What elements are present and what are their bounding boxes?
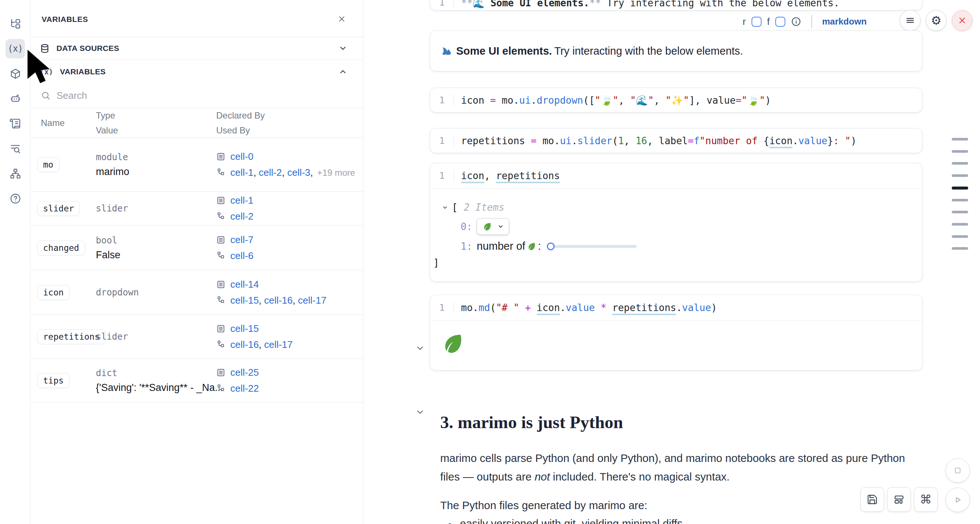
minimap-dash[interactable]	[952, 138, 968, 140]
array-index: 0:	[461, 221, 472, 232]
variable-name-badge: changed	[37, 240, 85, 255]
used-by-links: cell-22	[230, 383, 259, 394]
file-tree-icon[interactable]	[6, 14, 25, 33]
declared-by-icon	[216, 196, 226, 205]
declared-by-icon	[216, 368, 226, 377]
variable-name-badge: icon	[37, 285, 70, 300]
save-button[interactable]	[861, 487, 884, 512]
cell-link[interactable]: cell-1	[230, 195, 253, 206]
minimap-dash[interactable]	[952, 199, 968, 201]
column-used-by: Used By	[216, 125, 265, 135]
used-by-icon	[216, 340, 226, 349]
cell-link[interactable]: cell-25	[230, 367, 259, 378]
code-line[interactable]: repetitions = mo.ui.slider(1, 16, label=…	[454, 135, 857, 147]
table-row[interactable]: slider slider cell-1 cell-2	[30, 192, 363, 226]
section-variables[interactable]: (x) VARIABLES	[30, 60, 363, 83]
chevron-down-icon[interactable]	[441, 204, 449, 211]
declared-by-links: cell-1	[230, 195, 253, 206]
cell-link[interactable]: cell-15	[230, 295, 259, 306]
used-by-icon	[216, 384, 226, 393]
array-open-bracket: [	[452, 201, 458, 213]
cell-link[interactable]: cell-16	[230, 339, 259, 350]
cell-link[interactable]: cell-1	[230, 167, 253, 178]
paragraph: marimo cells parse Python (and only Pyth…	[440, 449, 909, 486]
cell-link[interactable]: cell-22	[230, 383, 259, 394]
cell-link[interactable]: cell-2	[230, 211, 253, 222]
code-line[interactable]: **🌊 Some UI elements.** Try interacting …	[454, 0, 840, 9]
section-data-sources[interactable]: DATA SOURCES	[30, 37, 363, 60]
minimap-dash[interactable]	[952, 162, 968, 165]
notebook-menu-button[interactable]	[900, 10, 921, 31]
minimap-dash[interactable]	[952, 247, 968, 250]
cell-link[interactable]: cell-3	[287, 167, 310, 178]
cell-link[interactable]: cell-17	[298, 295, 326, 306]
table-row[interactable]: changed boolFalse cell-7 cell-6	[30, 226, 363, 270]
used-by-links: cell-15, cell-16, cell-17	[230, 295, 326, 306]
minimap-dash[interactable]	[952, 211, 968, 213]
format-toggle-checkbox[interactable]	[775, 17, 785, 27]
code-line[interactable]: icon = mo.ui.dropdown(["🍃", "🌊", "✨"], v…	[454, 94, 771, 106]
run-button[interactable]	[945, 487, 970, 512]
shutdown-button[interactable]	[952, 10, 972, 31]
leaf-emoji-icon	[441, 331, 465, 356]
run-toggle-checkbox[interactable]	[751, 17, 762, 27]
minimap-dash[interactable]	[952, 150, 968, 153]
code-cell-markdown-source[interactable]: 1 **🌊 Some UI elements.** Try interactin…	[430, 0, 923, 10]
search-input[interactable]	[56, 89, 278, 102]
variable-type: slider	[96, 203, 128, 214]
chevron-up-icon	[339, 67, 347, 76]
dependency-graph-icon[interactable]	[6, 164, 25, 183]
interrupt-button[interactable]	[945, 458, 970, 483]
table-row[interactable]: repetitions slider cell-15 cell-16, cell…	[30, 315, 363, 358]
list-item: easily versioned with git, yielding mini…	[448, 517, 683, 524]
ai-robot-icon[interactable]	[6, 89, 25, 108]
cell-link[interactable]: cell-6	[230, 250, 253, 261]
settings-button[interactable]: ⚙	[926, 10, 947, 31]
line-number: 1	[430, 94, 454, 106]
code-cell-slider[interactable]: 1 repetitions = mo.ui.slider(1, 16, labe…	[430, 128, 923, 153]
declared-by-icon	[216, 235, 226, 245]
variable-name-badge: slider	[37, 201, 80, 216]
code-line[interactable]: icon, repetitions	[454, 170, 560, 182]
declared-by-links: cell-0	[230, 151, 253, 162]
minimap-dash[interactable]	[952, 174, 968, 177]
cell-link[interactable]: cell-7	[230, 234, 253, 245]
cell-link[interactable]: cell-15	[230, 323, 259, 334]
code-cell-md[interactable]: 1 mo.md("# " + icon.value * repetitions.…	[430, 295, 923, 371]
more-count: +19 more	[317, 167, 355, 178]
cell-link[interactable]: cell-0	[230, 151, 253, 162]
cell-link[interactable]: cell-17	[264, 339, 293, 350]
slider-thumb[interactable]	[547, 242, 555, 250]
minimap-dash[interactable]	[952, 223, 968, 226]
chevron-down-icon[interactable]	[415, 343, 425, 353]
array-index: 1:	[461, 241, 472, 252]
keyboard-shortcuts-button[interactable]: ⌘	[914, 487, 938, 512]
scratchpad-scroll-icon[interactable]	[6, 114, 25, 133]
emphasized-word: not	[535, 470, 550, 483]
cell-link[interactable]: cell-14	[230, 279, 259, 290]
code-cell-dropdown[interactable]: 1 icon = mo.ui.dropdown(["🍃", "🌊", "✨"],…	[430, 88, 923, 113]
info-icon[interactable]	[791, 16, 801, 27]
mouse-cursor	[21, 49, 55, 84]
help-icon[interactable]	[6, 189, 25, 208]
layout-toggle-button[interactable]	[887, 487, 911, 512]
line-number: 1	[430, 135, 454, 147]
close-icon[interactable]	[336, 13, 347, 24]
cell-hover-toolbar: r f markdown	[430, 13, 923, 30]
cell-language-label[interactable]: markdown	[822, 16, 867, 27]
minimap-dash[interactable]	[952, 235, 968, 238]
table-row[interactable]: mo modulemarimo cell-0 cell-1, cell-2, c…	[30, 138, 363, 192]
table-row[interactable]: icon dropdown cell-14 cell-15, cell-16, …	[30, 270, 363, 315]
cell-link[interactable]: cell-16	[264, 295, 293, 306]
section-label: VARIABLES	[60, 67, 105, 76]
table-row[interactable]: tips dict{'Saving': '**Saving** - _Na...…	[30, 358, 363, 403]
slider-widget[interactable]	[548, 245, 637, 248]
code-line[interactable]: mo.md("# " + icon.value * repetitions.va…	[454, 302, 717, 314]
dropdown-widget[interactable]	[477, 218, 509, 235]
code-cell-tuple[interactable]: 1 icon, repetitions [ 2 Items 0:	[430, 163, 923, 282]
cell-link[interactable]: cell-2	[259, 167, 282, 178]
logs-search-icon[interactable]	[6, 139, 25, 158]
section-label: DATA SOURCES	[56, 44, 119, 53]
chevron-down-icon[interactable]	[415, 407, 425, 417]
minimap-dash-active[interactable]	[952, 186, 968, 190]
